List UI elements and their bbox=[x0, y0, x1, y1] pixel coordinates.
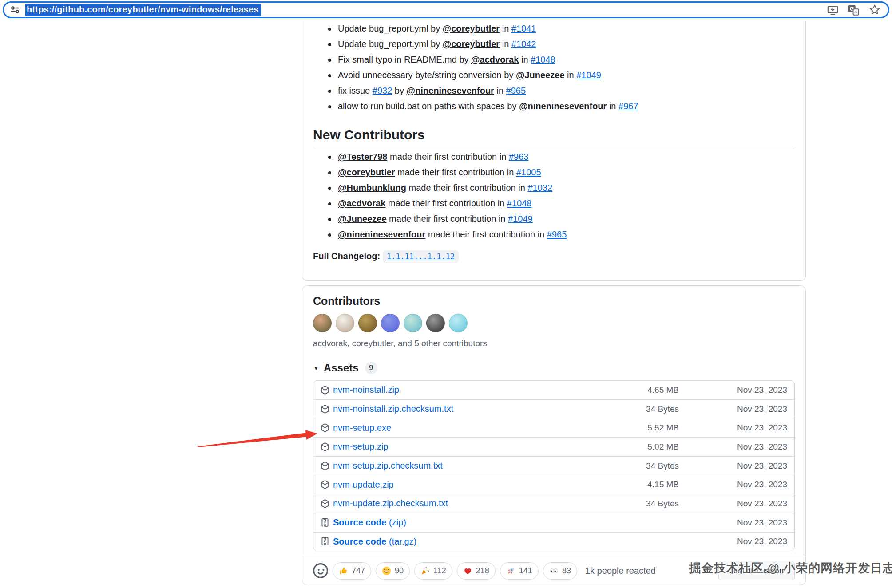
asset-download-link[interactable]: nvm-update.zip bbox=[333, 480, 612, 490]
asset-row: nvm-noinstall.zip.checksum.txt34 BytesNo… bbox=[313, 399, 794, 418]
pull-request-link[interactable]: #965 bbox=[547, 229, 567, 239]
reactions-divider bbox=[302, 555, 805, 555]
user-mention-link[interactable]: @nineninesevenfour bbox=[338, 229, 425, 239]
pull-request-link[interactable]: #963 bbox=[509, 152, 529, 162]
url-text-selected[interactable]: https://github.com/coreybutler/nvm-windo… bbox=[25, 4, 261, 16]
contributor-avatar-squirtle[interactable] bbox=[404, 314, 422, 332]
translate-icon[interactable]: G A bbox=[848, 4, 860, 16]
join-discussion-button[interactable]: Join discussion bbox=[718, 561, 795, 580]
user-mention-link[interactable]: @coreybutler bbox=[443, 39, 500, 49]
asset-row: nvm-setup.zip.checksum.txt34 BytesNov 23… bbox=[313, 456, 794, 475]
contributors-avatars bbox=[313, 314, 795, 332]
reaction-pill[interactable]: 112 bbox=[414, 562, 452, 580]
pull-request-link[interactable]: #965 bbox=[506, 86, 526, 95]
reaction-pill[interactable]: 141 bbox=[500, 562, 539, 580]
rocket-emoji bbox=[506, 566, 515, 576]
asset-row: nvm-update.zip4.15 MBNov 23, 2023 bbox=[313, 475, 794, 494]
user-mention-link[interactable]: @Tester798 bbox=[338, 152, 387, 162]
contributor-avatar-bw-photo[interactable] bbox=[426, 314, 445, 332]
asset-download-link[interactable]: nvm-update.zip.checksum.txt bbox=[333, 498, 612, 509]
asset-download-link[interactable]: nvm-noinstall.zip.checksum.txt bbox=[333, 404, 612, 414]
contributors-caption: acdvorak, coreybutler, and 5 other contr… bbox=[313, 339, 795, 348]
new-contributor-item: @Tester798 made their first contribution… bbox=[338, 149, 795, 165]
user-mention-link[interactable]: @Humbunklung bbox=[338, 183, 406, 193]
text-segment: made their first contribution in bbox=[425, 229, 547, 239]
asset-row: nvm-update.zip.checksum.txt34 BytesNov 2… bbox=[313, 494, 794, 513]
file-zip-icon bbox=[321, 537, 329, 546]
pull-request-link[interactable]: #1005 bbox=[516, 167, 541, 177]
asset-download-link[interactable]: nvm-noinstall.zip bbox=[333, 385, 612, 395]
omnibox-actions: G A bbox=[827, 4, 881, 16]
changelog-item: Fix small typo in README.md by @acdvorak… bbox=[338, 52, 795, 67]
changelog-item: Update bug_report.yml by @coreybutler in… bbox=[338, 21, 795, 36]
full-changelog-compare-link[interactable]: 1.1.11...1.1.12 bbox=[383, 250, 459, 263]
reaction-pill[interactable]: 90 bbox=[376, 562, 410, 580]
user-mention-link[interactable]: @Juneezee bbox=[338, 214, 387, 224]
browser-toolbar: https://github.com/coreybutler/nvm-windo… bbox=[0, 0, 892, 21]
asset-row: nvm-setup.exe5.52 MBNov 23, 2023 bbox=[313, 418, 794, 437]
user-mention-link[interactable]: @acdvorak bbox=[471, 55, 519, 64]
text-segment: made their first contribution in bbox=[387, 152, 508, 162]
asset-name: nvm-update.zip bbox=[333, 480, 394, 490]
site-controls-tune-icon[interactable] bbox=[10, 4, 20, 15]
user-mention-link[interactable]: @Juneezee bbox=[516, 70, 565, 80]
asset-size: 5.52 MB bbox=[612, 423, 679, 433]
changelog-item: allow to run build.bat on paths with spa… bbox=[338, 99, 795, 114]
contributor-avatar-blue-robot[interactable] bbox=[381, 314, 400, 332]
pull-request-link[interactable]: #1042 bbox=[511, 39, 536, 49]
address-bar[interactable]: https://github.com/coreybutler/nvm-windo… bbox=[3, 1, 889, 18]
add-reaction-button[interactable] bbox=[313, 563, 328, 578]
reaction-pill[interactable]: 83 bbox=[543, 562, 577, 580]
asset-download-link[interactable]: nvm-setup.exe bbox=[333, 423, 612, 433]
pull-request-link[interactable]: #1048 bbox=[531, 55, 555, 64]
user-mention-link[interactable]: @coreybutler bbox=[338, 167, 395, 177]
asset-download-link[interactable]: Source code(zip) bbox=[333, 517, 612, 528]
reaction-count: 218 bbox=[476, 566, 489, 576]
bookmark-star-icon[interactable] bbox=[868, 4, 881, 16]
asset-download-link[interactable]: nvm-setup.zip.checksum.txt bbox=[333, 461, 612, 471]
pull-request-link[interactable]: #1049 bbox=[576, 70, 601, 80]
contributor-avatar-photo-man-white-bg[interactable] bbox=[336, 314, 354, 332]
assets-toggle[interactable]: ▼ Assets 9 bbox=[313, 362, 795, 374]
reaction-count: 83 bbox=[562, 566, 571, 576]
user-mention-link[interactable]: @nineninesevenfour bbox=[519, 101, 607, 111]
pull-request-link[interactable]: #1049 bbox=[508, 214, 533, 224]
user-mention-link[interactable]: @coreybutler bbox=[443, 24, 500, 33]
new-contributor-item: @nineninesevenfour made their first cont… bbox=[338, 227, 795, 242]
contributor-avatar-photo-man-flowers[interactable] bbox=[313, 314, 332, 332]
asset-name: nvm-update.zip.checksum.txt bbox=[333, 498, 448, 509]
asset-row: nvm-setup.zip5.02 MBNov 23, 2023 bbox=[313, 437, 794, 456]
asset-size: 4.15 MB bbox=[612, 480, 679, 489]
new-contributors-heading: New Contributors bbox=[313, 127, 795, 149]
asset-date: Nov 23, 2023 bbox=[679, 423, 787, 433]
pull-request-link[interactable]: #1048 bbox=[507, 198, 532, 208]
contributor-avatar-bronze-coin[interactable] bbox=[358, 314, 377, 332]
reaction-pills: 7479011221814183 bbox=[333, 562, 577, 580]
heart-emoji bbox=[463, 566, 472, 576]
text-segment: made their first contribution in bbox=[395, 167, 516, 177]
asset-date: Nov 23, 2023 bbox=[679, 385, 787, 395]
changelog-item: Update bug_report.yml by @coreybutler in… bbox=[338, 36, 795, 52]
asset-download-link[interactable]: Source code(tar.gz) bbox=[333, 537, 612, 547]
contributor-avatar-cyan-sketch[interactable] bbox=[449, 314, 468, 332]
pull-request-link[interactable]: #967 bbox=[618, 101, 638, 111]
asset-download-link[interactable]: nvm-setup.zip bbox=[333, 442, 612, 452]
text-segment: made their first contribution in bbox=[385, 198, 507, 208]
text-segment: made their first contribution in bbox=[387, 214, 508, 224]
reaction-pill[interactable]: 747 bbox=[333, 562, 371, 580]
asset-size: 34 Bytes bbox=[612, 461, 679, 471]
user-mention-link[interactable]: @nineninesevenfour bbox=[407, 86, 494, 95]
pull-request-link[interactable]: #1032 bbox=[527, 183, 552, 193]
text-segment: in bbox=[494, 86, 506, 95]
reaction-pill[interactable]: 218 bbox=[457, 562, 496, 580]
new-contributor-item: @Humbunklung made their first contributi… bbox=[338, 180, 795, 196]
send-to-device-icon[interactable] bbox=[827, 4, 839, 16]
asset-size: 5.02 MB bbox=[612, 442, 679, 452]
package-icon bbox=[321, 405, 329, 414]
pull-request-link[interactable]: #932 bbox=[373, 86, 392, 95]
user-mention-link[interactable]: @acdvorak bbox=[338, 198, 385, 208]
assets-count-badge: 9 bbox=[365, 362, 377, 374]
reaction-count: 141 bbox=[519, 566, 532, 576]
text-segment: Fix small typo in README.md by bbox=[338, 55, 471, 64]
pull-request-link[interactable]: #1041 bbox=[511, 24, 536, 33]
